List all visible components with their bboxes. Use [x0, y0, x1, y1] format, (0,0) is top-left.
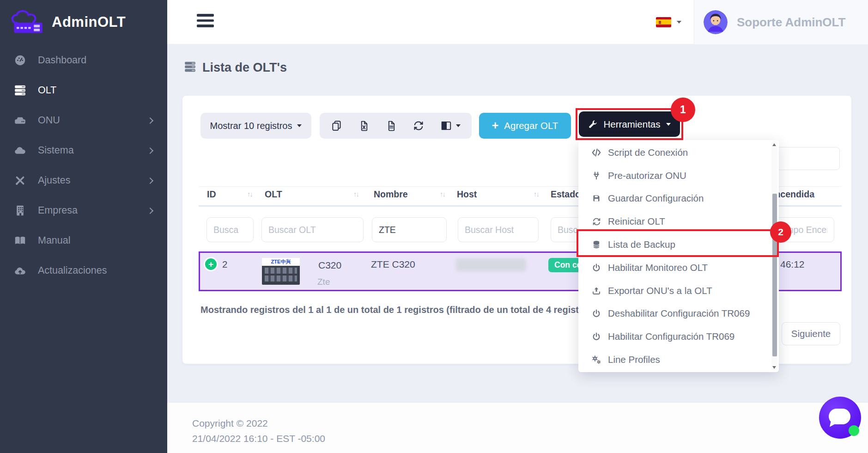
copy-button[interactable]	[331, 120, 343, 132]
menu-item-script-conexion[interactable]: Script de Conexión	[578, 141, 779, 164]
column-header-id[interactable]: ID	[207, 189, 216, 200]
hdd-icon	[13, 114, 27, 127]
copyright-text: Copyright © 2022	[192, 418, 268, 429]
annotation-step-badge-1: 1	[671, 98, 695, 122]
server-icon	[184, 61, 196, 75]
export-file-button[interactable]	[386, 120, 397, 132]
page-title: Lista de OLT's	[184, 61, 287, 75]
filter-id-input[interactable]	[206, 217, 254, 242]
menu-item-label: Habilitar Monitoreo OLT	[608, 262, 708, 273]
menu-item-exportar-onus[interactable]: Exportar ONU's a la OLT	[578, 279, 779, 302]
chat-widget-button[interactable]	[819, 397, 861, 439]
filter-olt-input[interactable]	[261, 217, 364, 242]
plug-icon	[591, 171, 602, 180]
chevron-right-icon	[147, 147, 153, 153]
menu-item-habilitar-tr069[interactable]: Habilitar Configuración TR069	[578, 325, 779, 348]
table-summary: Mostrando registros del 1 al 1 de un tot…	[200, 305, 596, 315]
cell-host-redacted	[456, 258, 526, 271]
sidebar-item-empresa[interactable]: Empresa	[0, 196, 167, 226]
cloud-icon	[13, 144, 27, 157]
sidebar-item-label: Actualizaciones	[38, 265, 107, 276]
tools-dropdown-button[interactable]: Herramientas	[579, 111, 680, 137]
chevron-right-icon	[147, 117, 153, 123]
menu-item-line-profiles[interactable]: Line Profiles	[578, 348, 779, 371]
column-header-estado[interactable]: Estado	[551, 189, 581, 200]
menu-item-guardar-configuracion[interactable]: Guardar Configuración	[578, 187, 779, 210]
avatar	[704, 10, 728, 34]
sort-icon[interactable]: ↑↓	[353, 190, 358, 198]
expand-row-button[interactable]: +	[204, 257, 218, 271]
sidebar-item-label: Manual	[38, 235, 71, 246]
chevron-right-icon	[147, 177, 153, 184]
zte-logo: ZTE中兴	[262, 258, 300, 266]
user-name: Soporte AdminOLT	[737, 15, 845, 30]
menu-item-label: Deshabilitar Configuración TR069	[608, 308, 750, 319]
scroll-up-icon[interactable]	[772, 143, 776, 146]
menu-item-pre-autorizar-onu[interactable]: Pre-autorizar ONU	[578, 164, 779, 187]
menu-item-label: Pre-autorizar ONU	[608, 170, 686, 181]
add-olt-button[interactable]: + Agregar OLT	[479, 113, 571, 139]
sort-icon[interactable]: ↑↓	[810, 190, 815, 198]
column-header-olt[interactable]: OLT	[265, 189, 282, 200]
chat-bubble-icon	[829, 409, 850, 424]
scrollbar-thumb[interactable]	[772, 194, 777, 356]
menu-item-deshabilitar-tr069[interactable]: Deshabilitar Configuración TR069	[578, 302, 779, 325]
user-menu[interactable]: Soporte AdminOLT	[694, 0, 868, 44]
export-excel-button[interactable]	[358, 120, 370, 132]
caret-down-icon	[297, 124, 302, 127]
show-records-dropdown[interactable]: Mostrar 10 registros	[200, 113, 311, 139]
filter-nombre-input[interactable]	[372, 217, 447, 242]
export-toolbar	[320, 113, 472, 139]
sidebar-item-actualizaciones[interactable]: Actualizaciones	[0, 256, 167, 286]
book-icon	[13, 234, 27, 247]
column-header-host[interactable]: Host	[457, 189, 477, 200]
topbar: Soporte AdminOLT	[167, 0, 868, 44]
menu-item-label: Habilitar Configuración TR069	[608, 331, 734, 342]
scroll-down-icon[interactable]	[772, 366, 776, 369]
pagination-next-button[interactable]: Siguiente	[782, 322, 840, 345]
adminolt-app: AdminOLT Dashboard OLT ONU	[0, 0, 868, 453]
server-icon	[13, 84, 27, 97]
menu-item-label: Script de Conexión	[608, 147, 688, 158]
sort-icon[interactable]: ↑↓	[534, 190, 539, 198]
sidebar-item-manual[interactable]: Manual	[0, 226, 167, 256]
show-records-label: Mostrar 10 registros	[210, 121, 292, 131]
caret-down-icon	[456, 124, 461, 127]
olt-device-image[interactable]: ZTE中兴	[262, 258, 300, 285]
menu-toggle-button[interactable]	[197, 14, 214, 30]
plus-icon: +	[492, 120, 499, 131]
annotation-step-badge-2: 2	[770, 221, 791, 243]
caret-down-icon	[666, 123, 671, 126]
sidebar-item-label: Sistema	[38, 145, 74, 156]
column-header-nombre[interactable]: Nombre	[374, 189, 408, 200]
upload-icon	[591, 286, 602, 295]
sidebar-item-label: Empresa	[38, 205, 78, 216]
code-icon	[591, 147, 602, 158]
sidebar-item-sistema[interactable]: Sistema	[0, 135, 167, 165]
sidebar-item-ajustes[interactable]: Ajustes	[0, 165, 167, 196]
power-icon	[591, 263, 602, 272]
sort-icon[interactable]: ↑↓	[247, 190, 252, 198]
wrench-icon	[588, 119, 598, 129]
brand-logo[interactable]: AdminOLT	[0, 0, 167, 44]
columns-visibility-button[interactable]	[440, 120, 461, 132]
filter-host-input[interactable]	[458, 217, 539, 242]
sidebar-nav: Dashboard OLT ONU Sistema	[0, 44, 167, 286]
refresh-button[interactable]	[413, 120, 425, 132]
save-icon	[591, 194, 602, 203]
chevron-right-icon	[147, 207, 153, 214]
sort-icon[interactable]: ↑↓	[440, 190, 445, 198]
language-selector[interactable]	[656, 0, 681, 44]
sidebar-item-onu[interactable]: ONU	[0, 105, 167, 135]
sidebar-item-dashboard[interactable]: Dashboard	[0, 45, 167, 75]
menu-item-habilitar-monitoreo[interactable]: Habilitar Monitoreo OLT	[578, 256, 779, 279]
power-icon	[591, 309, 602, 318]
menu-item-label: Exportar ONU's a la OLT	[608, 285, 712, 296]
sidebar-item-olt[interactable]: OLT	[0, 75, 167, 105]
caret-down-icon	[677, 21, 681, 24]
menu-item-label: Guardar Configuración	[608, 193, 704, 204]
building-icon	[13, 204, 27, 217]
dashboard-icon	[13, 54, 27, 67]
cell-olt-vendor: Zte	[317, 277, 330, 287]
sidebar-item-label: ONU	[38, 115, 60, 126]
